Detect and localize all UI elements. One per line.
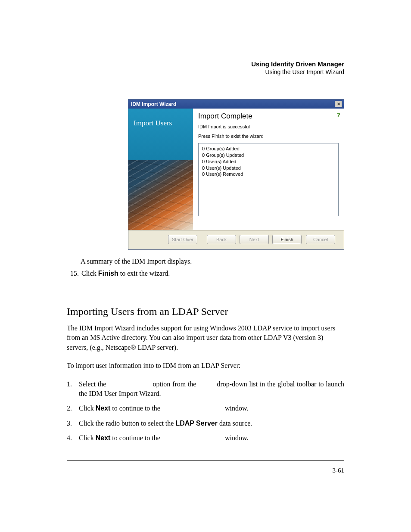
summary-line: 0 User(s) Updated xyxy=(202,165,335,171)
numbered-steps: 1. Select theoption from thedrop-down li… xyxy=(67,380,344,443)
next-button[interactable]: Next xyxy=(240,235,269,244)
footer-rule xyxy=(67,460,344,461)
summary-line: 0 User(s) Removed xyxy=(202,171,335,177)
wizard-sidebar-image xyxy=(128,160,193,230)
header-chapter: Using Identity Driven Manager xyxy=(67,60,344,68)
window-title: IDM Import Wizard xyxy=(131,101,176,107)
figure-caption: A summary of the IDM Import displays. xyxy=(81,258,344,265)
header-section: Using the User Import Wizard xyxy=(67,68,344,75)
step-number: 15. xyxy=(67,270,79,277)
content-heading: Import Complete xyxy=(198,112,339,121)
status-line: IDM Import is successful xyxy=(198,124,339,129)
cancel-button[interactable]: Cancel xyxy=(306,235,335,244)
start-over-button[interactable]: Start Over xyxy=(168,235,197,244)
wizard-sidebar-title: Import Users xyxy=(128,109,193,160)
titlebar: IDM Import Wizard ✕ xyxy=(128,100,344,109)
body-paragraph: The IDM Import Wizard includes support f… xyxy=(67,324,344,352)
summary-line: 0 Group(s) Added xyxy=(202,146,335,152)
step-text: Click Finish to exit the wizard. xyxy=(81,270,170,277)
step-2: 2. Click Next to continue to thewindow. xyxy=(67,404,344,413)
button-bar: Start Over Back Next Finish Cancel xyxy=(128,230,344,249)
wizard-content: ? Import Complete IDM Import is successf… xyxy=(193,109,344,230)
help-icon[interactable]: ? xyxy=(336,111,340,118)
step-3: 3. Click the radio button to select the … xyxy=(67,419,344,428)
summary-line: 0 Group(s) Updated xyxy=(202,152,335,159)
running-header: Using Identity Driven Manager Using the … xyxy=(67,60,344,75)
page-number: 3-61 xyxy=(67,467,344,474)
instruct-line: Press Finish to exist the wizard xyxy=(198,134,339,139)
section-heading: Importing Users from an LDAP Server xyxy=(67,306,344,317)
back-button[interactable]: Back xyxy=(207,235,236,244)
summary-box: 0 Group(s) Added 0 Group(s) Updated 0 Us… xyxy=(198,143,339,216)
wizard-sidebar: Import Users xyxy=(128,109,193,230)
close-icon[interactable]: ✕ xyxy=(335,101,342,107)
wizard-dialog: IDM Import Wizard ✕ Import Users ? Impor… xyxy=(128,99,344,250)
summary-line: 0 User(s) Added xyxy=(202,159,335,165)
step-1: 1. Select theoption from thedrop-down li… xyxy=(67,380,344,399)
step-15: 15. Click Finish to exit the wizard. xyxy=(67,270,344,277)
body-paragraph: To import user information into to IDM f… xyxy=(67,361,344,370)
step-4: 4. Click Next to continue to thewindow. xyxy=(67,433,344,443)
finish-button[interactable]: Finish xyxy=(272,235,302,244)
